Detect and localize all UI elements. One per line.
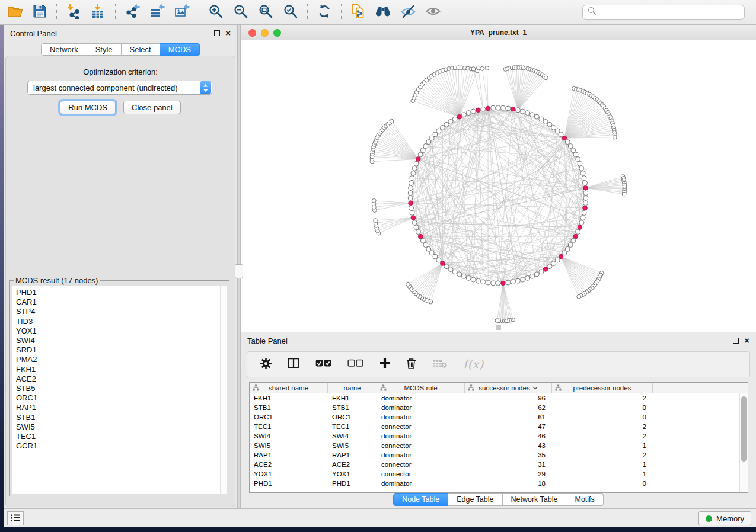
mcds-result-item[interactable]: GCR1 xyxy=(16,441,220,451)
select-all-button[interactable] xyxy=(315,359,331,370)
tab-node-table[interactable]: Node Table xyxy=(393,493,448,506)
table-row[interactable]: YOX1YOX1connector291 xyxy=(250,469,748,479)
close-panel-icon[interactable]: × xyxy=(225,30,231,36)
tab-edge-table[interactable]: Edge Table xyxy=(448,493,502,506)
column-header-name[interactable]: name xyxy=(328,383,377,393)
splitter-grip[interactable] xyxy=(235,264,243,278)
table-cell[interactable]: 2 xyxy=(552,395,653,402)
table-cell[interactable]: dominator xyxy=(377,414,465,421)
mcds-result-item[interactable]: TID3 xyxy=(16,317,220,326)
mcds-result-item[interactable]: ACE2 xyxy=(16,374,220,384)
mcds-result-item[interactable]: STP4 xyxy=(16,307,220,316)
table-scrollbar-thumb[interactable] xyxy=(741,396,747,462)
table-cell[interactable]: SWI4 xyxy=(250,432,328,440)
table-row[interactable]: PHD1PHD1dominator180 xyxy=(250,479,748,488)
mcds-result-item[interactable]: CAR1 xyxy=(16,297,220,307)
table-cell[interactable]: 2 xyxy=(552,451,653,459)
table-cell[interactable]: TEC1 xyxy=(250,423,328,430)
first-neighbors-button[interactable] xyxy=(374,4,392,21)
table-cell[interactable]: 43 xyxy=(465,442,552,449)
table-scrollbar[interactable] xyxy=(739,393,748,492)
table-cell[interactable]: TEC1 xyxy=(328,423,377,430)
close-mcds-panel-button[interactable]: Close panel xyxy=(123,101,181,114)
table-cell[interactable]: connector xyxy=(377,461,465,468)
table-cell[interactable]: 96 xyxy=(465,395,552,402)
export-table-button[interactable] xyxy=(148,4,166,21)
table-cell[interactable]: 1 xyxy=(552,461,653,468)
mcds-result-item[interactable]: RAP1 xyxy=(16,403,220,412)
table-cell[interactable]: 1 xyxy=(552,470,653,477)
delete-column-button[interactable] xyxy=(406,358,416,371)
table-cell[interactable]: connector xyxy=(377,470,465,477)
network-list-button[interactable] xyxy=(7,511,24,525)
table-cell[interactable]: 31 xyxy=(465,461,552,468)
table-cell[interactable]: 0 xyxy=(552,414,653,421)
table-row[interactable]: ACE2ACE2connector311 xyxy=(250,460,748,469)
show-columns-button[interactable] xyxy=(288,358,299,371)
table-cell[interactable]: FKH1 xyxy=(328,395,377,402)
tab-motifs[interactable]: Motifs xyxy=(566,493,603,506)
table-cell[interactable]: ORC1 xyxy=(250,414,328,421)
show-all-button[interactable] xyxy=(424,4,442,21)
panel-splitter[interactable] xyxy=(237,25,241,508)
mcds-result-item[interactable]: SRD1 xyxy=(16,345,220,355)
table-cell[interactable]: 2 xyxy=(552,432,653,440)
table-cell[interactable]: dominator xyxy=(377,395,465,402)
mcds-result-item[interactable]: ORC1 xyxy=(16,393,220,403)
table-row[interactable]: SWI4SWI4dominator462 xyxy=(250,431,748,441)
network-canvas[interactable] xyxy=(241,40,756,332)
mcds-result-item[interactable]: PMA2 xyxy=(16,355,220,364)
window-zoom-icon[interactable] xyxy=(273,29,281,37)
export-network-button[interactable] xyxy=(123,4,141,21)
memory-button[interactable]: Memory xyxy=(698,511,751,525)
window-close-icon[interactable] xyxy=(248,29,256,37)
tab-mcds[interactable]: MCDS xyxy=(160,43,200,56)
table-row[interactable]: TEC1TEC1connector472 xyxy=(250,422,748,431)
open-file-button[interactable] xyxy=(6,4,24,21)
import-table-button[interactable] xyxy=(90,4,107,21)
mcds-result-item[interactable]: PHD1 xyxy=(16,288,220,297)
table-row[interactable]: STB1STB1dominator620 xyxy=(250,403,748,412)
run-mcds-button[interactable]: Run MCDS xyxy=(60,101,116,114)
table-cell[interactable]: SWI4 xyxy=(328,432,377,440)
search-input[interactable] xyxy=(600,8,739,17)
mcds-result-item[interactable]: STB1 xyxy=(16,413,220,422)
table-cell[interactable]: RAP1 xyxy=(328,451,377,459)
zoom-selected-button[interactable] xyxy=(282,4,299,21)
table-cell[interactable]: connector xyxy=(377,423,465,430)
table-cell[interactable]: YOX1 xyxy=(250,470,328,477)
table-cell[interactable]: STB1 xyxy=(328,404,377,411)
zoom-in-button[interactable] xyxy=(207,4,225,21)
zoom-out-button[interactable] xyxy=(232,4,250,21)
tab-select[interactable]: Select xyxy=(122,43,160,56)
table-cell[interactable]: dominator xyxy=(377,404,465,411)
add-column-button[interactable] xyxy=(379,358,390,371)
float-table-panel-icon[interactable] xyxy=(733,338,739,344)
table-cell[interactable]: 29 xyxy=(465,470,552,477)
import-network-button[interactable] xyxy=(65,4,82,21)
save-session-button[interactable] xyxy=(31,4,49,21)
table-settings-button[interactable] xyxy=(260,358,272,371)
table-row[interactable]: ORC1ORC1dominator610 xyxy=(250,412,748,422)
table-cell[interactable]: PHD1 xyxy=(250,480,328,487)
table-cell[interactable]: ORC1 xyxy=(328,414,377,421)
table-cell[interactable]: 0 xyxy=(552,480,653,487)
network-splitter-grip[interactable] xyxy=(496,325,501,330)
table-row[interactable]: SWI5SWI5connector431 xyxy=(250,441,748,450)
column-header-shared-name[interactable]: shared name xyxy=(250,383,328,393)
mcds-result-scrollbar[interactable] xyxy=(220,286,227,494)
table-cell[interactable]: 1 xyxy=(552,442,653,449)
table-cell[interactable]: 0 xyxy=(552,404,653,411)
table-cell[interactable]: ACE2 xyxy=(328,461,377,468)
table-cell[interactable]: 46 xyxy=(465,432,552,440)
table-cell[interactable]: YOX1 xyxy=(328,470,377,477)
apply-layout-button[interactable] xyxy=(315,4,333,21)
tab-style[interactable]: Style xyxy=(87,43,122,56)
table-cell[interactable]: 62 xyxy=(465,404,552,411)
tab-network-table[interactable]: Network Table xyxy=(503,493,567,506)
zoom-fit-button[interactable] xyxy=(257,4,275,21)
table-cell[interactable]: 18 xyxy=(465,480,552,487)
table-cell[interactable]: 2 xyxy=(552,423,653,430)
table-cell[interactable]: ACE2 xyxy=(250,461,328,468)
column-header-successor-nodes[interactable]: successor nodes xyxy=(465,383,552,393)
